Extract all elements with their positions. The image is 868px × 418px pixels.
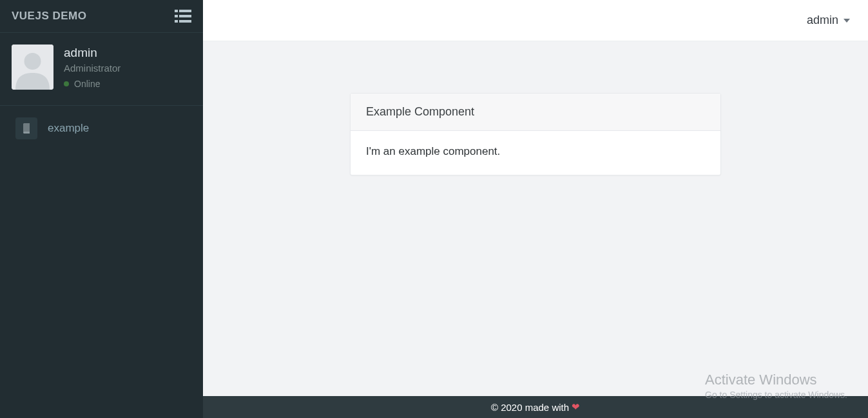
example-card: Example Component I'm an example compone…	[350, 93, 721, 175]
user-status-label: Online	[74, 79, 100, 89]
user-menu[interactable]: admin	[807, 14, 850, 27]
nav-icon-wrap	[15, 117, 37, 139]
sidebar-nav: example	[0, 106, 203, 151]
menu-toggle-button[interactable]	[175, 9, 191, 23]
user-status: Online	[64, 79, 121, 89]
svg-point-7	[24, 53, 41, 70]
footer: © 2020 made with ❤	[203, 396, 868, 418]
content: Example Component I'm an example compone…	[203, 41, 868, 418]
sidebar-item-label: example	[48, 122, 89, 135]
user-role: Administrator	[64, 63, 121, 74]
avatar	[12, 45, 53, 90]
sidebar-header: VUEJS DEMO	[0, 0, 203, 33]
card-title: Example Component	[351, 94, 720, 131]
app-title: VUEJS DEMO	[12, 10, 86, 23]
user-name: admin	[64, 46, 121, 60]
sidebar-item-example[interactable]: example	[6, 111, 197, 146]
book-icon	[21, 123, 32, 134]
svg-rect-4	[175, 20, 178, 23]
card-body: I'm an example component.	[351, 131, 720, 175]
chevron-down-icon	[844, 19, 850, 23]
footer-text: © 2020 made with	[491, 402, 569, 413]
main: admin Example Component I'm an example c…	[203, 0, 868, 418]
user-panel: admin Administrator Online	[0, 33, 203, 106]
svg-rect-0	[175, 10, 178, 12]
menu-list-icon	[175, 9, 191, 23]
heart-icon: ❤	[572, 401, 580, 413]
svg-rect-5	[179, 20, 191, 23]
sidebar: VUEJS DEMO	[0, 0, 203, 418]
svg-rect-3	[179, 15, 191, 17]
topbar: admin	[203, 0, 868, 41]
status-dot-icon	[64, 81, 69, 86]
svg-rect-2	[175, 15, 178, 17]
user-meta: admin Administrator Online	[64, 46, 121, 89]
user-menu-label: admin	[807, 14, 838, 27]
svg-rect-1	[179, 10, 191, 12]
